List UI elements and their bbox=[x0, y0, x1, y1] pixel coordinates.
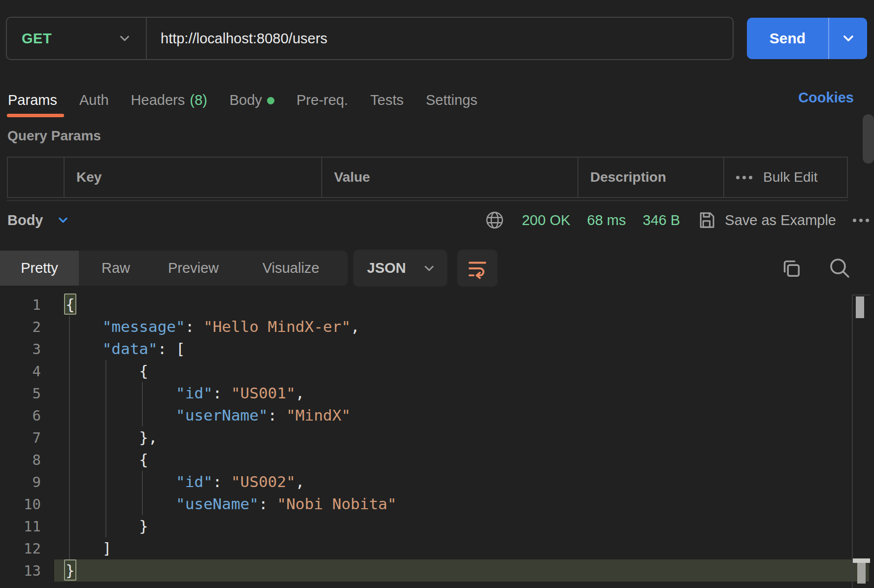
line-number: 11 bbox=[0, 518, 41, 535]
line-number: 2 bbox=[0, 319, 41, 335]
response-time[interactable]: 68 ms bbox=[587, 212, 626, 229]
tab-pre-request[interactable]: Pre-req. bbox=[297, 83, 348, 117]
ellipsis-icon bbox=[736, 176, 752, 179]
code-line[interactable]: 2 "message": "Hello MindX-er", bbox=[0, 316, 874, 338]
send-label[interactable]: Send bbox=[747, 18, 829, 59]
response-format-selector[interactable]: JSON bbox=[353, 250, 447, 287]
table-row-divider bbox=[7, 200, 848, 201]
code-line[interactable]: 10 "useName": "Nobi Nobita" bbox=[0, 493, 874, 515]
column-header-value[interactable]: Value bbox=[322, 158, 578, 197]
line-number: 4 bbox=[0, 363, 41, 380]
code-scrollbar-track bbox=[852, 294, 853, 588]
chevron-down-icon bbox=[56, 213, 70, 227]
request-tabs: Params Auth Headers (8) Body Pre-req. Te… bbox=[0, 83, 874, 117]
code-text: }, bbox=[41, 426, 158, 449]
indent-guide bbox=[142, 471, 143, 515]
code-line[interactable]: 9 "id": "US002", bbox=[0, 471, 874, 493]
code-text: { bbox=[41, 449, 148, 471]
line-number: 10 bbox=[0, 496, 41, 513]
wrap-lines-button[interactable] bbox=[457, 250, 498, 287]
select-all-column[interactable] bbox=[8, 158, 65, 197]
page-scrollbar-thumb[interactable] bbox=[863, 114, 874, 163]
chevron-down-icon bbox=[840, 31, 856, 46]
tab-body[interactable]: Body bbox=[230, 83, 274, 117]
save-as-example-button[interactable]: Save as Example bbox=[697, 210, 836, 230]
response-body-selector[interactable]: Body bbox=[7, 212, 70, 229]
method-selector[interactable]: GET bbox=[7, 18, 147, 59]
line-number: 3 bbox=[0, 341, 41, 358]
code-text: { bbox=[41, 360, 148, 382]
code-line[interactable]: 8 { bbox=[0, 449, 874, 471]
search-icon[interactable] bbox=[828, 256, 851, 280]
headers-count-badge: (8) bbox=[190, 92, 207, 108]
response-meta-row: Body 200 OK 68 ms 346 B Save as Example bbox=[0, 203, 874, 237]
tab-params[interactable]: Params bbox=[8, 83, 57, 117]
tab-headers[interactable]: Headers (8) bbox=[131, 83, 207, 117]
matched-bracket: { bbox=[64, 294, 76, 315]
indent-guide bbox=[105, 360, 106, 537]
status-code[interactable]: 200 OK bbox=[522, 212, 570, 229]
tab-settings[interactable]: Settings bbox=[426, 83, 477, 117]
code-line[interactable]: 6 "userName": "MindX" bbox=[0, 404, 874, 426]
response-size[interactable]: 346 B bbox=[643, 212, 680, 229]
floppy-disk-icon bbox=[697, 210, 716, 230]
code-text: "userName": "MindX" bbox=[41, 404, 351, 426]
line-number: 5 bbox=[0, 385, 41, 402]
code-line[interactable]: 4 { bbox=[0, 360, 874, 382]
code-line[interactable]: 11 } bbox=[0, 515, 874, 537]
url-input[interactable]: http://localhost:8080/users bbox=[147, 31, 328, 47]
line-number: 7 bbox=[0, 429, 41, 446]
code-line[interactable]: 3 "data": [ bbox=[0, 338, 874, 360]
view-tab-visualize[interactable]: Visualize bbox=[234, 251, 348, 286]
send-button[interactable]: Send bbox=[747, 18, 867, 59]
line-number: 13 bbox=[0, 562, 41, 579]
request-url-bar: GET http://localhost:8080/users bbox=[6, 17, 734, 60]
current-line-highlight bbox=[54, 559, 869, 582]
code-text: ] bbox=[41, 537, 111, 559]
indent-guide bbox=[69, 316, 70, 559]
code-text: } bbox=[41, 559, 75, 582]
code-scrollbar-track-top bbox=[852, 294, 870, 295]
matched-bracket: } bbox=[64, 559, 76, 581]
line-number: 6 bbox=[0, 407, 41, 424]
method-label: GET bbox=[22, 31, 52, 47]
bulk-edit-button[interactable]: Bulk Edit bbox=[724, 158, 847, 197]
globe-icon[interactable] bbox=[484, 210, 505, 230]
code-scrollbar-thumb-bottom[interactable] bbox=[857, 563, 866, 584]
send-options-button[interactable] bbox=[829, 18, 867, 59]
view-tab-raw[interactable]: Raw bbox=[79, 251, 153, 286]
line-number: 9 bbox=[0, 474, 41, 490]
code-line[interactable]: 12 ] bbox=[0, 537, 874, 559]
code-text: "message": "Hello MindX-er", bbox=[41, 316, 360, 338]
line-number: 12 bbox=[0, 540, 41, 557]
view-tab-pretty[interactable]: Pretty bbox=[0, 251, 79, 286]
tab-tests[interactable]: Tests bbox=[370, 83, 404, 117]
code-editor[interactable]: 1{2 "message": "Hello MindX-er",3 "data"… bbox=[0, 294, 874, 588]
line-number: 1 bbox=[0, 296, 41, 313]
code-scrollbar-thumb[interactable] bbox=[856, 296, 864, 318]
postman-request-window: GET http://localhost:8080/users Send Par… bbox=[0, 0, 874, 588]
tab-auth[interactable]: Auth bbox=[79, 83, 109, 117]
column-header-description[interactable]: Description bbox=[578, 158, 724, 197]
code-text: "useName": "Nobi Nobita" bbox=[41, 493, 397, 515]
line-number: 8 bbox=[0, 452, 41, 468]
indent-guide bbox=[142, 382, 143, 426]
code-text: } bbox=[41, 515, 148, 537]
code-text: "data": [ bbox=[41, 338, 185, 360]
body-modified-dot bbox=[267, 97, 274, 104]
query-params-table: Key Value Description Bulk Edit bbox=[7, 157, 848, 198]
view-tab-preview[interactable]: Preview bbox=[153, 251, 234, 286]
code-text: { bbox=[41, 294, 75, 316]
text-wrap-icon bbox=[467, 257, 488, 280]
code-text: "id": "US001", bbox=[41, 382, 304, 404]
code-line[interactable]: 5 "id": "US001", bbox=[0, 382, 874, 404]
copy-icon[interactable] bbox=[780, 257, 803, 280]
ellipsis-icon[interactable] bbox=[853, 219, 869, 222]
code-line[interactable]: 13} bbox=[0, 559, 874, 582]
response-view-tabs: Pretty Raw Preview Visualize bbox=[0, 251, 348, 286]
code-line[interactable]: 1{ bbox=[0, 294, 874, 316]
query-params-heading: Query Params bbox=[7, 128, 101, 144]
code-line[interactable]: 7 }, bbox=[0, 426, 874, 449]
cookies-link[interactable]: Cookies bbox=[798, 90, 854, 106]
column-header-key[interactable]: Key bbox=[65, 158, 322, 197]
